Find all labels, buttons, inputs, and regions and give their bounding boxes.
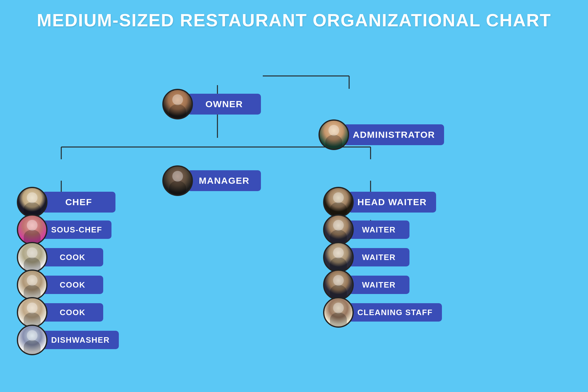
sous-chef-label: SOUS-CHEF: [42, 221, 111, 239]
dishwasher-label: DISHWASHER: [42, 331, 119, 349]
dishwasher-node: DISHWASHER: [17, 325, 119, 355]
owner-label: OWNER: [187, 94, 261, 115]
manager-label: MANAGER: [187, 170, 261, 191]
cook3-node: COOK: [17, 297, 103, 328]
waiter2-avatar: [323, 242, 354, 273]
administrator-node: ADMINISTRATOR: [318, 119, 444, 150]
sous-chef-avatar: [17, 214, 47, 245]
waiter2-node: WAITER: [323, 242, 409, 273]
cook1-label: COOK: [42, 248, 103, 266]
waiter3-label: WAITER: [348, 276, 409, 294]
cook2-label: COOK: [42, 276, 103, 294]
manager-node: MANAGER: [162, 165, 261, 196]
cleaning-staff-label: CLEANING STAFF: [348, 303, 442, 322]
cook3-avatar: [17, 297, 47, 328]
cook2-node: COOK: [17, 270, 103, 300]
page-title: MEDIUM-SIZED RESTAURANT ORGANIZATIONAL C…: [0, 0, 588, 36]
cook1-node: COOK: [17, 242, 103, 273]
manager-avatar: [162, 165, 193, 196]
head-waiter-label: HEAD WAITER: [348, 192, 436, 213]
chef-avatar: [17, 187, 47, 217]
admin-avatar: [318, 119, 349, 150]
waiter3-avatar: [323, 270, 354, 300]
sous-chef-node: SOUS-CHEF: [17, 214, 111, 245]
head-waiter-avatar: [323, 187, 354, 217]
chef-label: CHEF: [42, 192, 115, 213]
cook2-avatar: [17, 270, 47, 300]
head-waiter-node: HEAD WAITER: [323, 187, 436, 217]
org-chart: OWNER ADMINISTRATOR MANAGER CHEF SOUS-CH…: [0, 37, 588, 392]
owner-avatar: [162, 89, 193, 119]
cleaning-staff-avatar: [323, 297, 354, 328]
admin-label: ADMINISTRATOR: [344, 124, 444, 145]
waiter1-node: WAITER: [323, 214, 409, 245]
cook1-avatar: [17, 242, 47, 273]
owner-node: OWNER: [162, 89, 261, 119]
dishwasher-avatar: [17, 325, 47, 355]
waiter3-node: WAITER: [323, 270, 409, 300]
chef-node: CHEF: [17, 187, 115, 217]
waiter1-label: WAITER: [348, 221, 409, 239]
waiter2-label: WAITER: [348, 248, 409, 266]
cook3-label: COOK: [42, 303, 103, 322]
cleaning-staff-node: CLEANING STAFF: [323, 297, 442, 328]
waiter1-avatar: [323, 214, 354, 245]
